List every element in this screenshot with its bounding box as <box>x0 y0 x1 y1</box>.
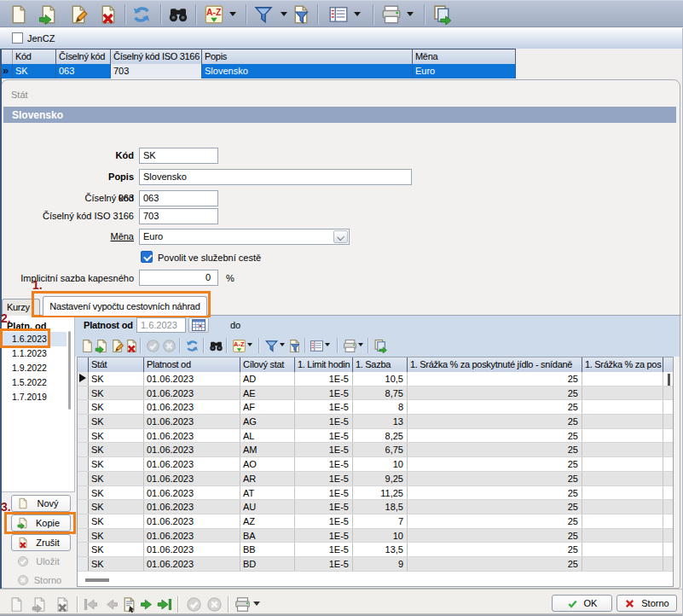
table-cell[interactable] <box>582 415 663 428</box>
table-cell[interactable] <box>582 514 663 528</box>
kod-field[interactable]: SK <box>139 148 218 164</box>
column-header[interactable]: Číselný kód <box>56 49 111 64</box>
table-cell[interactable]: 1E-5 <box>295 472 353 485</box>
export-button[interactable] <box>431 3 454 26</box>
table-row[interactable]: SK01.06.2023BD1E-5925 <box>78 557 673 572</box>
table-cell[interactable]: 10 <box>353 529 408 543</box>
table-cell[interactable]: AU <box>240 500 295 514</box>
validity-item[interactable]: 1.9.2022 <box>2 361 67 375</box>
dropdown-caret-icon[interactable] <box>325 343 330 346</box>
confirm-circle-button[interactable] <box>184 595 203 613</box>
table-cell[interactable]: 01.06.2023 <box>144 543 240 556</box>
report-button[interactable] <box>119 595 138 613</box>
table-cell[interactable]: SK <box>89 400 144 414</box>
tab-nahrady[interactable]: Nastavení vypočtu cestovních náhrad <box>43 296 207 316</box>
table-cell[interactable]: 25 <box>408 514 582 528</box>
column-header[interactable]: Měna <box>413 49 516 64</box>
mena-label[interactable]: Měna <box>0 231 134 241</box>
table-cell[interactable]: BA <box>240 529 295 543</box>
table-row[interactable]: SK01.06.2023AM1E-56,7525 <box>78 443 673 457</box>
table-cell[interactable]: 25 <box>408 429 582 443</box>
delete-record-button[interactable] <box>97 3 119 26</box>
table-cell[interactable]: 703 <box>111 64 202 78</box>
table-cell[interactable]: 1E-5 <box>295 386 353 400</box>
table-cell[interactable]: 10 <box>353 457 408 471</box>
edit-record-button[interactable] <box>67 3 90 26</box>
table-row[interactable]: SK01.06.2023AG1E-51325 <box>78 415 673 429</box>
table-cell[interactable]: 1E-5 <box>295 500 353 514</box>
table-cell[interactable] <box>582 457 663 471</box>
refresh-button[interactable] <box>130 3 153 26</box>
mena-combobox[interactable]: Euro <box>139 229 350 245</box>
cancel-circle-button[interactable] <box>160 337 177 354</box>
table-cell[interactable]: 25 <box>408 500 582 514</box>
table-cell[interactable]: 1E-5 <box>295 543 353 556</box>
table-cell[interactable]: 9 <box>353 557 408 571</box>
table-cell[interactable]: 8,25 <box>353 429 408 443</box>
cancel-circle-button[interactable] <box>205 595 223 613</box>
iso-kod-field[interactable]: 703 <box>139 208 218 224</box>
table-cell[interactable]: SK <box>89 543 144 556</box>
print-button[interactable] <box>380 3 402 26</box>
table-cell[interactable]: 25 <box>408 443 582 456</box>
table-cell[interactable]: 8 <box>353 400 408 414</box>
table-cell[interactable]: 01.06.2023 <box>144 472 240 485</box>
jencz-checkbox[interactable] <box>12 32 23 44</box>
filter-button[interactable] <box>263 337 280 354</box>
filter-grid-button[interactable] <box>286 337 303 354</box>
validity-item[interactable]: 1.5.2022 <box>2 375 67 390</box>
table-row[interactable]: SK01.06.2023AU1E-518,525 <box>78 500 673 514</box>
confirm-circle-button[interactable] <box>144 337 161 354</box>
table-cell[interactable]: SK <box>89 415 144 428</box>
table-cell[interactable]: 25 <box>408 372 582 386</box>
column-header[interactable]: 1. Srážka % za pos <box>582 357 663 372</box>
filter-button[interactable] <box>252 3 275 26</box>
table-cell[interactable]: SK <box>89 486 144 500</box>
table-cell[interactable]: SK <box>89 472 144 485</box>
calendar-button[interactable] <box>188 317 209 333</box>
column-header[interactable]: Kód <box>13 49 56 64</box>
table-cell[interactable]: 25 <box>408 400 582 414</box>
table-cell[interactable]: AF <box>240 400 295 414</box>
table-row[interactable]: SK01.06.2023AD1E-510,525 <box>78 372 673 386</box>
table-cell[interactable]: 01.06.2023 <box>144 415 240 428</box>
new-document-button[interactable] <box>8 3 30 26</box>
table-cell[interactable]: SK <box>89 529 144 543</box>
table-cell[interactable] <box>582 500 663 514</box>
table-cell[interactable] <box>582 400 663 414</box>
table-row[interactable]: SK01.06.2023AZ1E-5725 <box>78 514 673 529</box>
table-cell[interactable]: SK <box>89 443 144 456</box>
table-cell[interactable]: SK <box>13 64 56 78</box>
column-header[interactable]: 1. Sazba <box>353 357 408 372</box>
table-cell[interactable]: SK <box>89 514 144 528</box>
table-cell[interactable]: 11,25 <box>353 486 408 500</box>
nav-prev-button[interactable] <box>102 595 121 613</box>
povolit-checkbox[interactable] <box>141 251 153 263</box>
dropdown-caret-icon[interactable] <box>247 343 252 346</box>
table-cell[interactable]: 10,5 <box>353 372 408 386</box>
sort-az-button[interactable]: A-Z <box>230 337 247 354</box>
print-button[interactable] <box>341 337 358 354</box>
table-cell[interactable]: 25 <box>408 486 582 500</box>
countries-table-row[interactable]: »SK063703SlovenskoEuro <box>2 64 516 78</box>
column-header[interactable]: Cílový stat <box>240 357 295 372</box>
table-row[interactable]: SK01.06.2023AF1E-5825 <box>78 400 673 415</box>
table-cell[interactable]: 01.06.2023 <box>144 386 240 400</box>
table-cell[interactable]: 9,25 <box>353 472 408 485</box>
dropdown-caret-icon[interactable] <box>229 12 236 16</box>
table-cell[interactable] <box>582 557 663 571</box>
validity-item[interactable]: 1.1.2023 <box>2 346 67 361</box>
table-cell[interactable]: SK <box>89 386 144 400</box>
table-row[interactable]: SK01.06.2023AT1E-511,2525 <box>78 486 673 501</box>
table-cell[interactable]: Euro <box>413 64 516 78</box>
table-cell[interactable] <box>582 486 663 500</box>
columns-button[interactable] <box>308 337 325 354</box>
copy-record-button[interactable] <box>38 3 60 26</box>
table-cell[interactable]: AM <box>240 443 295 456</box>
dropdown-caret-icon[interactable] <box>253 601 260 606</box>
rates-vertical-scrollbar[interactable] <box>668 374 670 386</box>
new-document-button[interactable] <box>7 595 26 613</box>
nov-button[interactable]: Nový <box>11 495 71 512</box>
nav-next-button[interactable] <box>136 595 155 613</box>
nav-last-button[interactable] <box>155 595 174 613</box>
